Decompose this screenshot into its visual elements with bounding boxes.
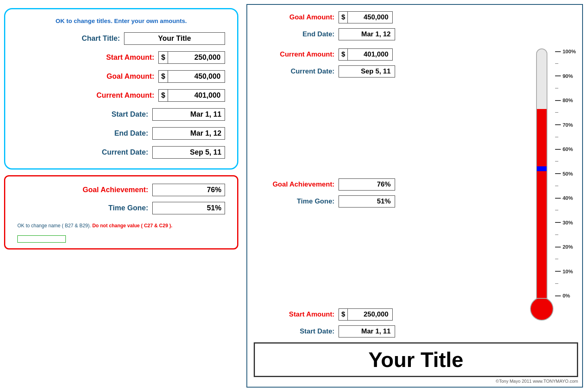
tick-minor-line-5 xyxy=(555,186,558,186)
tick-minor-2 xyxy=(555,259,576,259)
tick-label-40: 40% xyxy=(562,195,573,201)
current-date-label: Current Date: xyxy=(84,148,148,157)
right-start-dollar: $ xyxy=(339,309,348,320)
tick-minor-line-6 xyxy=(555,161,558,161)
right-start-amount-label: Start Amount: xyxy=(254,310,335,319)
current-date-row: Current Date: Sep 5, 11 xyxy=(17,146,225,159)
tick-minor-8 xyxy=(555,112,576,113)
right-goal-amount-label: Goal Amount: xyxy=(254,13,335,21)
thermo-tube-wrap xyxy=(532,48,552,323)
right-goal-amount-input: $ 450,000 xyxy=(339,11,393,23)
start-group: Start Amount: $ 250,000 Start Date: Mar … xyxy=(254,308,526,337)
achievement-group: Goal Achievement: 76% Time Gone: 51% xyxy=(254,178,526,208)
tick-line-50 xyxy=(555,173,561,174)
current-group: Current Amount: $ 401,000 Current Date: … xyxy=(254,48,526,78)
goal-achievement-row: Goal Achievement: 76% xyxy=(17,184,225,196)
chart-title-input[interactable] xyxy=(124,32,225,45)
time-gone-row: Time Gone: 51% xyxy=(17,202,225,214)
tick-label-10: 10% xyxy=(562,268,573,275)
tick-minor-7 xyxy=(555,137,576,137)
tick-minor-line-4 xyxy=(555,210,558,210)
tick-minor-line-10 xyxy=(555,63,558,64)
tick-20: 20% xyxy=(555,244,576,250)
goal-achievement-label: Goal Achievement: xyxy=(83,186,148,194)
right-goal-achievement-value: 76% xyxy=(339,178,395,191)
right-end-date-label: End Date: xyxy=(254,30,335,38)
right-content: Goal Amount: $ 450,000 End Date: Mar 1, … xyxy=(254,11,578,384)
current-amount-value: 401,000 xyxy=(168,90,225,101)
right-goal-amount-row: Goal Amount: $ 450,000 xyxy=(254,11,578,23)
small-green-input[interactable] xyxy=(17,235,66,243)
tick-label-60: 60% xyxy=(562,146,573,152)
tick-label-30: 30% xyxy=(562,220,573,226)
tick-minor-line-7 xyxy=(555,137,558,137)
tick-50: 50% xyxy=(555,171,576,177)
tick-10: 10% xyxy=(555,268,576,275)
tick-label-0: 0% xyxy=(562,293,570,299)
end-date-label: End Date: xyxy=(84,129,148,138)
right-start-date-row: Start Date: Mar 1, 11 xyxy=(254,325,526,337)
tick-line-70 xyxy=(555,124,561,125)
end-date-row: End Date: Mar 1, 12 xyxy=(17,127,225,140)
time-gone-label: Time Gone: xyxy=(84,204,148,212)
tick-label-70: 70% xyxy=(562,122,573,128)
right-end-date-row: End Date: Mar 1, 12 xyxy=(254,28,578,40)
chart-title-label: Chart Title: xyxy=(55,34,120,43)
thermo-tube xyxy=(536,48,547,299)
tick-minor-4 xyxy=(555,210,576,210)
tick-minor-3 xyxy=(555,235,576,235)
tick-minor-line-9 xyxy=(555,88,558,88)
tick-90: 90% xyxy=(555,73,576,79)
tick-minor-10 xyxy=(555,63,576,64)
right-start-date-value: Mar 1, 11 xyxy=(339,325,395,337)
right-data-col: Current Amount: $ 401,000 Current Date: … xyxy=(254,48,530,337)
tick-60: 60% xyxy=(555,146,576,152)
chart-title-display: Your Title xyxy=(368,348,463,371)
footer-note-1: OK to change name ( B27 & B29). xyxy=(17,223,92,228)
tick-line-60 xyxy=(555,149,561,150)
thermo-bulb xyxy=(530,297,553,321)
right-goal-achievement-row: Goal Achievement: 76% xyxy=(254,178,526,191)
scale-container: 0% 10% 2 xyxy=(532,48,576,323)
tick-line-20 xyxy=(555,247,561,247)
tick-minor-5 xyxy=(555,186,576,186)
tick-0: 0% xyxy=(555,293,576,299)
start-amount-input: $ 250,000 xyxy=(158,51,225,64)
tick-minor-6 xyxy=(555,161,576,161)
goal-amount-value: 450,000 xyxy=(168,71,225,82)
right-start-amount-row: Start Amount: $ 250,000 xyxy=(254,308,526,321)
tick-minor-line-2 xyxy=(555,259,558,259)
tick-minor-9 xyxy=(555,88,576,88)
footer-note: OK to change name ( B27 & B29). Do not c… xyxy=(17,222,225,229)
goal-amount-input: $ 450,000 xyxy=(158,70,225,83)
tick-minor-line-1 xyxy=(555,283,558,284)
current-amount-label: Current Amount: xyxy=(90,91,154,100)
start-date-value: Mar 1, 11 xyxy=(152,108,225,121)
start-date-row: Start Date: Mar 1, 11 xyxy=(17,108,225,121)
current-date-value: Sep 5, 11 xyxy=(152,146,225,159)
right-current-date-row: Current Date: Sep 5, 11 xyxy=(254,65,526,78)
tick-line-0 xyxy=(555,296,561,296)
tick-label-50: 50% xyxy=(562,171,573,177)
time-marker xyxy=(536,166,547,171)
chart-title-row: Chart Title: xyxy=(17,32,225,45)
right-start-amount-input: $ 250,000 xyxy=(339,308,393,321)
start-amount-row: Start Amount: $ 250,000 xyxy=(17,51,225,64)
tick-100: 100% xyxy=(555,48,576,55)
right-goal-achievement-label: Goal Achievement: xyxy=(254,180,335,189)
time-gone-value: 51% xyxy=(152,202,225,214)
start-date-label: Start Date: xyxy=(84,110,148,119)
current-amount-row: Current Amount: $ 401,000 xyxy=(17,89,225,102)
tick-line-80 xyxy=(555,100,561,101)
right-current-date-label: Current Date: xyxy=(254,67,335,75)
right-start-value: 250,000 xyxy=(348,309,392,320)
right-time-gone-value: 51% xyxy=(339,195,395,208)
tick-label-100: 100% xyxy=(562,48,576,55)
right-current-amount-input: $ 401,000 xyxy=(339,48,393,61)
current-amount-dollar: $ xyxy=(159,90,168,101)
current-amount-input: $ 401,000 xyxy=(158,89,225,102)
right-top-rows: Goal Amount: $ 450,000 End Date: Mar 1, … xyxy=(254,11,578,40)
tick-label-90: 90% xyxy=(562,73,573,79)
copyright: ©Tony Mayo 2011 www.TONYMAYO.com xyxy=(254,379,578,384)
goal-amount-label: Goal Amount: xyxy=(90,72,154,81)
